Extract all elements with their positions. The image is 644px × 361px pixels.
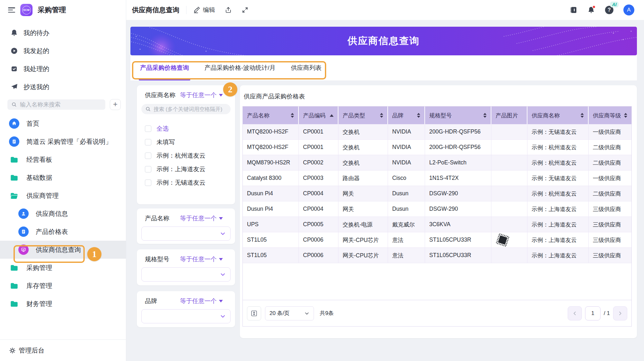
filter-card-brand: 品牌 等于任意一个 — [137, 291, 235, 327]
sort-icon[interactable] — [417, 113, 420, 118]
supplier-filter-search-input[interactable] — [154, 106, 227, 112]
column-header[interactable]: 规格型号 — [425, 106, 491, 124]
chevron-left-icon — [572, 311, 577, 316]
table-row[interactable]: Catalyst 8300CP0003路由器Cisco1N1S-4T2X示例：无… — [243, 171, 631, 186]
sort-icon[interactable] — [380, 113, 383, 118]
app-logo[interactable]: SCM — [20, 4, 33, 16]
sidebar-item-my-initiated[interactable]: 我发起的 — [0, 42, 126, 60]
sidebar-item-cc-to-me[interactable]: 抄送我的 — [0, 78, 126, 96]
table-cell: NVIDIA — [388, 124, 425, 139]
filter-operator-dropdown[interactable]: 等于任意一个 — [180, 214, 223, 223]
document-icon — [9, 136, 19, 147]
sidebar-item-purchase-management[interactable]: 采购管理 — [0, 259, 126, 277]
play-circle-icon — [10, 47, 18, 55]
notifications-button[interactable] — [587, 6, 595, 14]
table-cell: NVIDIA — [388, 155, 425, 170]
supplier-options: 全选未填写示例：杭州道友云示例：上海道友云示例：无锡道友云 — [145, 122, 235, 190]
directory-button[interactable] — [570, 6, 577, 14]
table-cell: 网关-CPU芯片 — [338, 248, 388, 263]
option-label: 示例：上海道友云 — [156, 165, 205, 173]
brand-select[interactable] — [141, 309, 231, 323]
supplier-option[interactable]: 示例：上海道友云 — [145, 162, 235, 176]
next-page-button[interactable] — [613, 306, 627, 320]
table-row[interactable]: ST1L05CP0006网关-CPU芯片意法ST1L05CPU33R示例：上海道… — [243, 248, 631, 263]
table-row[interactable]: UPSCP0005交换机-电源戴克威尔3C6KVA示例：上海道友云三级供应商 — [243, 217, 631, 232]
chip-image — [496, 233, 510, 247]
sidebar-item-supplier-info[interactable]: 供应商信息 — [0, 205, 126, 223]
send-icon — [10, 83, 18, 91]
avatar[interactable]: A — [623, 5, 634, 15]
banner-title: 供应商信息查询 — [130, 27, 637, 55]
column-header[interactable]: 供应商名称 — [527, 106, 589, 124]
sort-icon[interactable] — [624, 113, 627, 118]
row-height-button[interactable] — [247, 306, 261, 320]
checkbox[interactable] — [145, 180, 151, 186]
table-row[interactable]: Dusun Pi4CP0004网关DusunDSGW-290示例：杭州道友云二级… — [243, 186, 631, 201]
fullscreen-button[interactable] — [242, 6, 249, 14]
sidebar-item-my-processed[interactable]: 我处理的 — [0, 60, 126, 78]
sidebar-item-supplier-info-query[interactable]: 供应商信息查询 — [0, 241, 126, 259]
sort-icon[interactable] — [483, 113, 487, 118]
product-name-select[interactable] — [141, 227, 231, 241]
column-header[interactable]: 产品编码 — [299, 106, 338, 124]
sidebar-search[interactable] — [7, 99, 105, 110]
checkbox[interactable] — [145, 139, 151, 145]
filter-operator-dropdown[interactable]: 等于任意一个 — [180, 91, 223, 99]
tab-1[interactable]: 产品采购价格查询 — [140, 55, 189, 80]
task-check-icon — [10, 65, 18, 73]
share-button[interactable] — [225, 6, 232, 14]
supplier-filter-search[interactable] — [141, 104, 231, 114]
table-row[interactable]: MQM8790-HS2RCP0002交换机NVIDIAL2-PoE-Switch… — [243, 155, 631, 171]
table-row[interactable]: Dusun Pi4CP0004网关DusunDSGW-290示例：上海道友云三级… — [243, 201, 631, 217]
page-number-input[interactable] — [585, 306, 601, 320]
product-image[interactable] — [496, 233, 510, 247]
spec-model-select[interactable] — [141, 267, 231, 282]
sidebar-item-base-data[interactable]: 基础数据 — [0, 169, 126, 187]
sidebar-search-input[interactable] — [20, 101, 94, 108]
sidebar-item-home[interactable]: 首页 — [0, 115, 126, 133]
search-icon — [11, 102, 17, 107]
table-cell: MQM8790-HS2R — [243, 155, 299, 170]
admin-console-link[interactable]: 管理后台 — [0, 343, 126, 358]
column-header[interactable]: 产品名称 — [243, 106, 299, 124]
sidebar-item-business-board[interactable]: 经营看板 — [0, 151, 126, 169]
sidebar-item-supplier-management[interactable]: 供应商管理 — [0, 187, 126, 205]
supplier-option[interactable]: 全选 — [145, 122, 235, 135]
sort-icon[interactable] — [581, 113, 584, 118]
page-banner: 供应商信息查询 — [130, 27, 637, 55]
checkbox[interactable] — [145, 125, 151, 132]
column-header[interactable]: 供应商等级 — [589, 106, 631, 124]
page-size-select[interactable]: 20 条/页 — [265, 306, 314, 320]
checkbox[interactable] — [145, 166, 151, 172]
table-cell: Dusun Pi4 — [243, 201, 299, 217]
sidebar-item-inventory-management[interactable]: 库存管理 — [0, 277, 126, 295]
sidebar-item-finance-management[interactable]: 财务管理 — [0, 295, 126, 313]
supplier-option[interactable]: 未填写 — [145, 135, 235, 149]
tab-3[interactable]: 供应商列表 — [291, 55, 322, 80]
add-button[interactable]: + — [110, 99, 121, 110]
column-header[interactable]: 品牌 — [388, 106, 425, 124]
tab-2[interactable]: 产品采购价格-波动统计/月 — [204, 55, 276, 80]
table-row[interactable]: MTQ8200-HS2FCP0001交换机NVIDIA200G-HDR-QSFP… — [243, 140, 631, 155]
column-header[interactable]: 产品图片 — [491, 106, 527, 124]
edit-button[interactable]: 编辑 — [193, 6, 215, 14]
topbar-divider — [186, 6, 186, 14]
sidebar-item-guide[interactable]: 简道云 采购管理「必看说明」 — [0, 133, 126, 151]
sidebar-item-my-todo[interactable]: 我的待办 — [0, 24, 126, 42]
supplier-option[interactable]: 示例：杭州道友云 — [145, 149, 235, 162]
prev-page-button[interactable] — [568, 306, 582, 320]
filter-operator-dropdown[interactable]: 等于任意一个 — [180, 255, 223, 264]
sort-icon[interactable] — [330, 114, 334, 117]
table-row[interactable]: ST1L05CP0006网关-CPU芯片意法ST1L05CPU33R示例：上海道… — [243, 232, 631, 248]
app-title: 采购管理 — [38, 5, 66, 15]
sort-icon[interactable] — [291, 113, 294, 118]
checkbox[interactable] — [145, 153, 151, 159]
table-row[interactable]: MTQ8200-HS2FCP0001交换机NVIDIA200G-HDR-QSFP… — [243, 124, 631, 140]
column-label: 产品类型 — [343, 112, 365, 119]
supplier-option[interactable]: 示例：无锡道友云 — [145, 176, 235, 190]
sidebar-item-product-price-list[interactable]: 产品价格表 — [0, 223, 126, 241]
column-header[interactable]: 产品类型 — [338, 106, 388, 124]
help-button[interactable]: ? AI — [605, 6, 613, 14]
collapse-menu-icon[interactable] — [8, 7, 15, 13]
filter-operator-dropdown[interactable]: 等于任意一个 — [180, 297, 223, 305]
